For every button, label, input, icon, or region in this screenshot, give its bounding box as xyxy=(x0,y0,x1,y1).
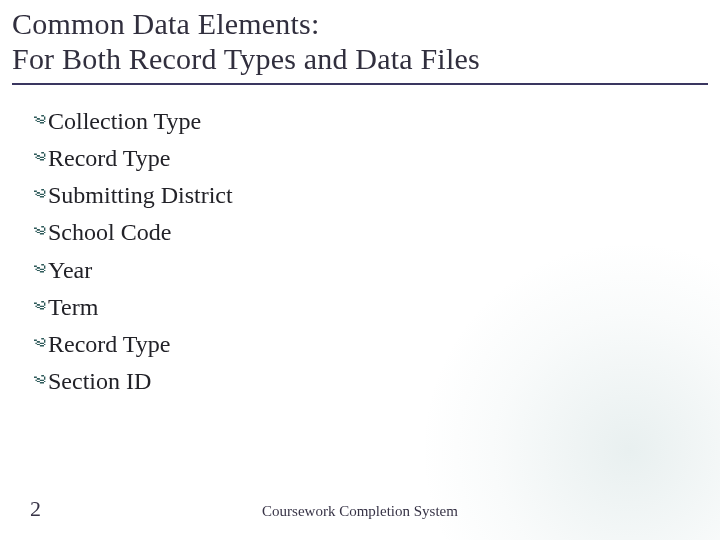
slide-title-line1: Common Data Elements: xyxy=(12,6,708,41)
slide: Common Data Elements: For Both Record Ty… xyxy=(0,0,720,540)
list-item: ༄ Submitting District xyxy=(34,177,708,214)
list-item: ༄ School Code xyxy=(34,214,708,251)
bullet-icon: ༄ xyxy=(34,328,44,362)
list-item: ༄ Collection Type xyxy=(34,103,708,140)
list-item-label: Record Type xyxy=(48,326,171,363)
title-underline xyxy=(12,83,708,85)
slide-title-block: Common Data Elements: For Both Record Ty… xyxy=(12,6,708,85)
bullet-icon: ༄ xyxy=(34,254,44,288)
list-item: ༄ Record Type xyxy=(34,326,708,363)
bullet-icon: ༄ xyxy=(34,291,44,325)
footer-caption: Coursework Completion System xyxy=(0,503,720,520)
list-item-label: Year xyxy=(48,252,92,289)
list-item-label: Term xyxy=(48,289,98,326)
list-item: ༄ Section ID xyxy=(34,363,708,400)
slide-title-line2: For Both Record Types and Data Files xyxy=(12,41,708,76)
list-item: ༄ Record Type xyxy=(34,140,708,177)
list-item: ༄ Term xyxy=(34,289,708,326)
bullet-icon: ༄ xyxy=(34,216,44,250)
bullet-icon: ༄ xyxy=(34,179,44,213)
bullet-icon: ༄ xyxy=(34,105,44,139)
bullet-list: ༄ Collection Type ༄ Record Type ༄ Submit… xyxy=(34,103,708,401)
list-item-label: Section ID xyxy=(48,363,151,400)
list-item: ༄ Year xyxy=(34,252,708,289)
slide-footer: 2 Coursework Completion System xyxy=(0,494,720,522)
bullet-icon: ༄ xyxy=(34,365,44,399)
list-item-label: Record Type xyxy=(48,140,171,177)
list-item-label: School Code xyxy=(48,214,171,251)
list-item-label: Submitting District xyxy=(48,177,233,214)
list-item-label: Collection Type xyxy=(48,103,201,140)
bullet-icon: ༄ xyxy=(34,142,44,176)
